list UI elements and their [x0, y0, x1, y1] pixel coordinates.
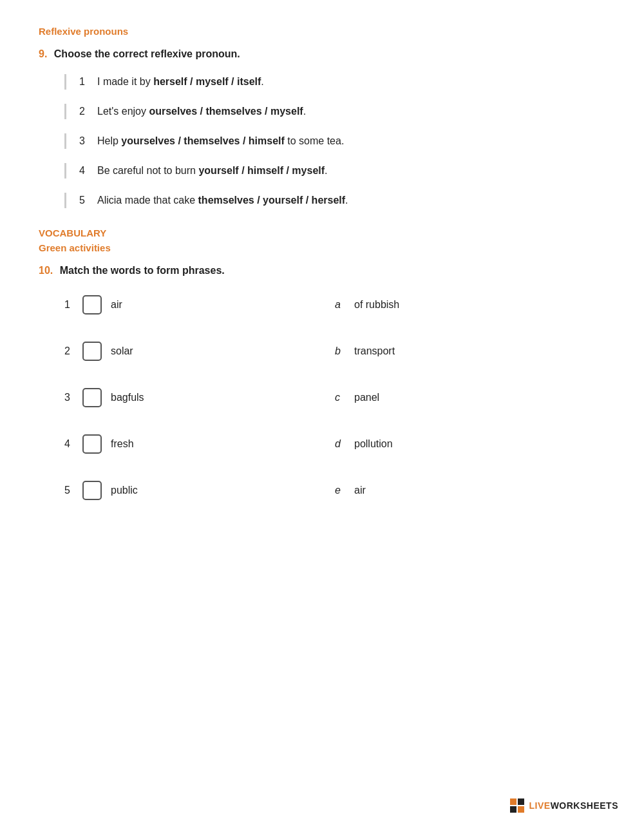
list-item: 2 solar [64, 337, 335, 365]
green-activities-title: Green activities [39, 242, 605, 253]
match-left-5-word: public [111, 485, 138, 496]
item-3-num: 3 [79, 133, 97, 149]
match-right-d-letter: d [335, 438, 349, 450]
question-9-number: 9. [39, 48, 47, 59]
question-10-text: Match the words to form phrases. [60, 265, 225, 276]
logo-sq-1 [510, 798, 516, 805]
item-5-text: Alicia made that cake themselves / yours… [97, 193, 605, 208]
match-left-column: 1 air 2 solar 3 bagfuls 4 fresh 5 [64, 291, 335, 523]
match-right-column: a of rubbish b transport c panel d pollu… [335, 291, 605, 523]
match-left-4-num: 4 [64, 438, 82, 450]
item-2-options: ourselves / themselves / myself [149, 106, 303, 117]
match-input-4[interactable] [82, 434, 102, 454]
match-right-c-phrase: panel [354, 392, 379, 403]
list-item: c panel [335, 383, 605, 412]
item-1-num: 1 [79, 74, 97, 90]
match-right-e-letter: e [335, 485, 349, 496]
list-item: 3 bagfuls [64, 383, 335, 412]
match-left-5-num: 5 [64, 485, 82, 496]
list-item: 5 Alicia made that cake themselves / you… [64, 193, 605, 208]
list-item: 4 Be careful not to burn yourself / hims… [64, 163, 605, 179]
question-9-text: Choose the correct reflexive pronoun. [54, 48, 240, 59]
list-item: 5 public [64, 476, 335, 505]
item-4-text: Be careful not to burn yourself / himsel… [97, 163, 605, 179]
question-10-number: 10. [39, 265, 53, 276]
match-left-1-word: air [111, 299, 122, 311]
match-left-4-word: fresh [111, 438, 134, 450]
reflexive-title: Reflexive pronouns [39, 26, 605, 37]
list-item: 1 air [64, 291, 335, 319]
item-1-options: herself / myself / itself [153, 76, 261, 87]
match-right-d-phrase: pollution [354, 438, 393, 450]
list-item: 2 Let's enjoy ourselves / themselves / m… [64, 104, 605, 119]
reflexive-section: Reflexive pronouns 9. Choose the correct… [39, 26, 605, 208]
list-item: d pollution [335, 430, 605, 458]
question-10-header: 10. Match the words to form phrases. [39, 265, 605, 276]
item-4-options: yourself / himself / myself [198, 165, 325, 176]
logo-sq-4 [518, 806, 524, 813]
logo-live-text: LIVE [529, 800, 551, 811]
logo-sq-3 [510, 806, 516, 813]
list-item: 3 Help yourselves / themselves / himself… [64, 133, 605, 149]
item-3-text: Help yourselves / themselves / himself t… [97, 133, 605, 149]
item-5-num: 5 [79, 193, 97, 208]
match-left-1-num: 1 [64, 299, 82, 311]
match-input-5[interactable] [82, 481, 102, 500]
vocabulary-section: VOCABULARY Green activities 10. Match th… [39, 227, 605, 523]
match-right-c-letter: c [335, 392, 349, 403]
logo-text: LIVEWORKSHEETS [529, 800, 618, 811]
match-left-2-word: solar [111, 345, 133, 357]
liveworksheets-logo: LIVEWORKSHEETS [510, 798, 618, 813]
match-right-a-letter: a [335, 299, 349, 311]
item-4-num: 4 [79, 163, 97, 179]
match-right-a-phrase: of rubbish [354, 299, 399, 311]
match-right-b-phrase: transport [354, 345, 395, 357]
item-2-text: Let's enjoy ourselves / themselves / mys… [97, 104, 605, 119]
list-item: b transport [335, 337, 605, 365]
list-item: e air [335, 476, 605, 505]
match-input-3[interactable] [82, 388, 102, 407]
match-left-3-word: bagfuls [111, 392, 144, 403]
list-item: a of rubbish [335, 291, 605, 319]
reflexive-items-list: 1 I made it by herself / myself / itself… [39, 74, 605, 208]
match-left-2-num: 2 [64, 345, 82, 357]
item-2-num: 2 [79, 104, 97, 119]
match-input-2[interactable] [82, 342, 102, 361]
item-5-options: themselves / yourself / herself [198, 195, 346, 206]
vocab-title: VOCABULARY [39, 227, 605, 238]
match-container: 1 air 2 solar 3 bagfuls 4 fresh 5 [39, 291, 605, 523]
item-1-text: I made it by herself / myself / itself. [97, 74, 605, 90]
question-9-header: 9. Choose the correct reflexive pronoun. [39, 48, 605, 60]
logo-sq-2 [518, 798, 524, 805]
match-right-b-letter: b [335, 345, 349, 357]
list-item: 4 fresh [64, 430, 335, 458]
match-left-3-num: 3 [64, 392, 82, 403]
match-right-e-phrase: air [354, 485, 366, 496]
match-input-1[interactable] [82, 295, 102, 314]
logo-squares-icon [510, 798, 524, 813]
item-3-options: yourselves / themselves / himself [121, 135, 284, 146]
list-item: 1 I made it by herself / myself / itself… [64, 74, 605, 90]
